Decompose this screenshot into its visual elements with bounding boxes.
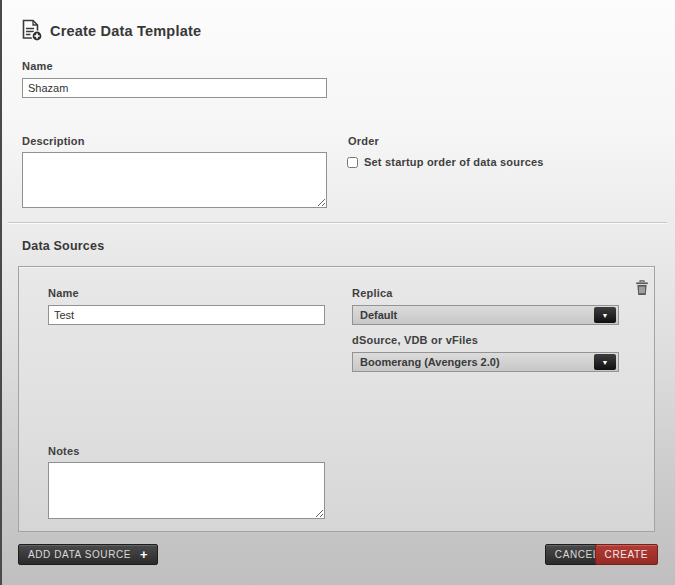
- replica-dropdown[interactable]: Default ▼: [352, 305, 619, 325]
- create-button[interactable]: CREATE: [595, 544, 658, 565]
- page-title: Create Data Template: [50, 23, 201, 39]
- plus-icon: +: [140, 547, 148, 562]
- add-data-source-button-label: ADD DATA SOURCE: [28, 549, 131, 560]
- startup-order-checkbox-label: Set startup order of data sources: [364, 156, 544, 168]
- dsource-dropdown[interactable]: Boomerang (Avengers 2.0) ▼: [352, 352, 619, 372]
- notes-textarea[interactable]: [48, 462, 325, 519]
- add-data-source-button[interactable]: ADD DATA SOURCE +: [18, 544, 158, 565]
- startup-order-row: Set startup order of data sources: [347, 156, 544, 168]
- trash-icon[interactable]: [635, 280, 649, 300]
- source-name-label: Name: [48, 287, 79, 299]
- create-data-template-dialog: Create Data Template Name Description Or…: [0, 0, 675, 585]
- notes-label: Notes: [48, 445, 80, 457]
- section-divider: [8, 222, 667, 223]
- chevron-down-icon: ▼: [594, 354, 616, 370]
- name-label: Name: [22, 60, 53, 72]
- startup-order-checkbox[interactable]: [347, 157, 358, 168]
- description-label: Description: [22, 135, 85, 147]
- description-textarea[interactable]: [22, 152, 327, 208]
- dialog-left-edge: [0, 0, 2, 585]
- data-source-panel: Name Replica Default ▼ dSource, VDB or v…: [18, 266, 655, 532]
- replica-selected-value: Default: [360, 309, 397, 321]
- chevron-down-icon: ▼: [594, 307, 616, 323]
- dsource-label: dSource, VDB or vFiles: [352, 334, 478, 346]
- dsource-selected-value: Boomerang (Avengers 2.0): [360, 356, 500, 368]
- order-label: Order: [348, 135, 379, 147]
- create-button-label: CREATE: [605, 549, 648, 560]
- document-add-icon: [20, 19, 43, 46]
- cancel-button-label: CANCEL: [555, 549, 599, 560]
- replica-label: Replica: [352, 287, 393, 299]
- source-name-input[interactable]: [48, 305, 325, 325]
- data-sources-heading: Data Sources: [22, 239, 104, 253]
- name-input[interactable]: [22, 78, 327, 98]
